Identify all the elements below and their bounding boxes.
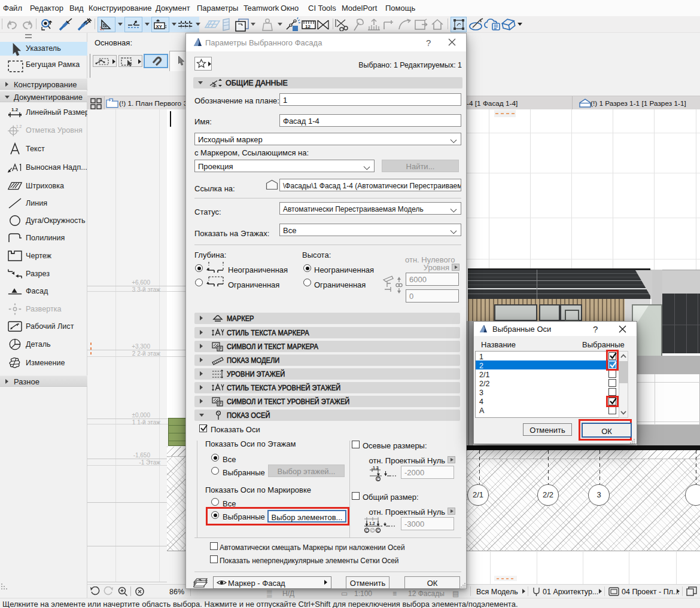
svg-text:1.2: 1.2 xyxy=(16,124,22,129)
svg-text:1.2: 1.2 xyxy=(369,521,375,525)
svg-text:1.2: 1.2 xyxy=(373,466,379,470)
svg-text:C: C xyxy=(377,477,380,481)
svg-text:C: C xyxy=(366,528,369,533)
svg-text:C: C xyxy=(371,528,374,533)
svg-text:C: C xyxy=(377,528,380,533)
svg-text:1.2: 1.2 xyxy=(11,107,19,112)
svg-text:XY: XY xyxy=(156,24,163,29)
svg-text:12: 12 xyxy=(305,24,311,29)
